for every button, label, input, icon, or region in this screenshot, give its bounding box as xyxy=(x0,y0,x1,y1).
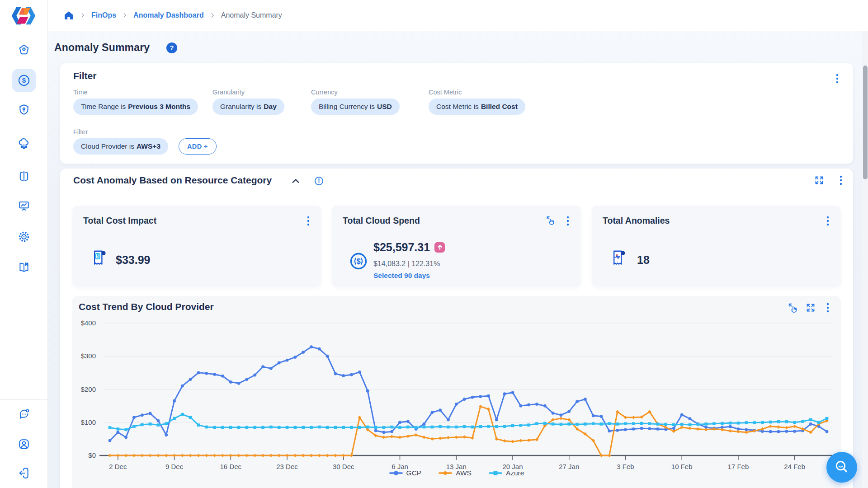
card-kebab-icon[interactable] xyxy=(823,216,833,226)
shield-key-icon xyxy=(18,103,30,116)
chip-granularity[interactable]: Granularity is Day xyxy=(212,99,284,115)
chip-value: USD xyxy=(377,103,392,111)
card-title: Total Cost Impact xyxy=(83,216,156,226)
cost-anomaly-section: Cost Anomaly Based on Resource Category … xyxy=(60,169,853,488)
svg-text:$400: $400 xyxy=(81,319,96,327)
cost-trend-chart-card: Cost Trend By Cloud Provider xyxy=(72,296,841,488)
brand-logo-icon[interactable] xyxy=(11,5,36,28)
section-menu-kebab-icon[interactable] xyxy=(836,175,846,186)
receipt-dollar-icon: $ xyxy=(91,249,108,270)
svg-text:$: $ xyxy=(96,253,99,258)
filter-label-filter: Filter xyxy=(73,128,88,136)
sidebar-item-settings[interactable] xyxy=(12,225,36,249)
drill-down-icon[interactable] xyxy=(546,215,556,225)
selected-days-link[interactable]: Selected 90 days xyxy=(373,272,430,280)
help-icon[interactable]: ? xyxy=(166,42,177,53)
topbar: FinOps Anomaly Dashboard Anomaly Summary xyxy=(48,0,868,31)
trend-up-badge-icon xyxy=(434,242,445,253)
chart-toolbar xyxy=(788,302,833,313)
assistant-button[interactable] xyxy=(826,452,857,483)
cost-impact-value: $33.99 xyxy=(116,253,150,267)
expand-icon[interactable] xyxy=(806,303,816,313)
legend-marker-icon xyxy=(389,470,403,476)
svg-text:$0: $0 xyxy=(88,451,96,459)
page-title: Anomaly Summary xyxy=(54,42,150,54)
card-kebab-icon[interactable] xyxy=(303,216,313,226)
svg-text:$: $ xyxy=(22,76,26,84)
chip-cost-metric[interactable]: Cost Metric is Billed Cost xyxy=(429,99,525,115)
cloud-network-icon xyxy=(17,137,31,150)
sidebar-item-profile[interactable] xyxy=(12,432,36,456)
chip-prefix: Cost Metric is xyxy=(436,103,479,111)
sidebar-item-docs[interactable] xyxy=(12,256,36,279)
chart-menu-kebab-icon[interactable] xyxy=(823,302,833,313)
chip-time-range[interactable]: Time Range is Previous 3 Months xyxy=(73,99,198,115)
sidebar-item-reports[interactable] xyxy=(12,194,36,218)
anomalies-count: 18 xyxy=(637,253,650,267)
svg-text:$100: $100 xyxy=(81,418,96,426)
sidebar-item-home[interactable] xyxy=(12,38,36,61)
breadcrumb-anomaly-dashboard[interactable]: Anomaly Dashboard xyxy=(133,11,204,19)
chip-prefix: Billing Currency is xyxy=(319,103,375,111)
total-cost-impact-card: Total Cost Impact $ $33.99 xyxy=(72,206,321,287)
chart-title: Cost Trend By Cloud Provider xyxy=(79,301,214,312)
filter-menu-kebab-icon[interactable] xyxy=(832,73,842,84)
legend-item-aws[interactable]: AWS xyxy=(439,469,472,477)
breadcrumb-finops[interactable]: FinOps xyxy=(91,11,116,19)
chip-prefix: Granularity is xyxy=(220,103,261,111)
sidebar-item-cloud-ops[interactable] xyxy=(12,132,36,155)
sidebar-item-chat[interactable] xyxy=(12,403,36,426)
gear-icon xyxy=(17,230,31,244)
add-filter-button[interactable]: ADD + xyxy=(179,138,217,155)
filter-label-cost-metric: Cost Metric xyxy=(429,89,462,96)
sidebar-item-logout[interactable] xyxy=(12,461,36,485)
section-expand-icon[interactable] xyxy=(814,175,824,186)
presentation-chart-icon xyxy=(18,200,30,212)
scrollbar-thumb[interactable] xyxy=(863,66,868,179)
info-icon[interactable] xyxy=(314,176,324,188)
chip-currency[interactable]: Billing Currency is USD xyxy=(311,99,400,115)
cloud-spend-delta: $14,083.2 | 122.31% xyxy=(373,260,440,268)
pentagon-home-icon xyxy=(18,43,30,56)
breadcrumb: FinOps Anomaly Dashboard Anomaly Summary xyxy=(63,10,282,21)
filter-heading: Filter xyxy=(73,70,96,81)
card-kebab-icon[interactable] xyxy=(563,216,573,226)
home-icon[interactable] xyxy=(63,10,74,21)
chart-legend: GCPAWSAzure xyxy=(72,469,841,477)
legend-item-gcp[interactable]: GCP xyxy=(389,469,422,477)
search-smile-icon xyxy=(833,458,851,476)
collapse-chevron-up-icon[interactable] xyxy=(292,178,300,186)
cloud-spend-value: $25,597.31 xyxy=(373,241,445,254)
chevron-right-icon xyxy=(209,12,216,19)
legend-marker-icon xyxy=(439,470,452,476)
app-window: $ xyxy=(0,0,868,488)
sidebar-item-compare[interactable] xyxy=(12,164,36,188)
svg-text:$: $ xyxy=(356,257,360,265)
scrollbar-track[interactable] xyxy=(862,31,868,488)
chip-value: AWS+3 xyxy=(137,142,160,150)
sidebar-item-security[interactable] xyxy=(12,98,36,122)
filter-label-time: Time xyxy=(73,89,88,96)
svg-text:$300: $300 xyxy=(81,352,96,360)
legend-item-azure[interactable]: Azure xyxy=(489,469,524,477)
breadcrumb-current: Anomaly Summary xyxy=(221,11,282,19)
chevron-right-icon xyxy=(122,12,128,19)
card-title: Total Anomalies xyxy=(603,216,670,226)
split-panel-icon xyxy=(18,170,30,183)
section-title: Cost Anomaly Based on Resource Category xyxy=(73,175,272,186)
receipt-anomaly-icon xyxy=(611,249,627,270)
total-cloud-spend-card: Total Cloud Spend $ xyxy=(332,206,581,287)
chip-value: Day xyxy=(264,103,276,111)
chip-value: Billed Cost xyxy=(481,103,518,111)
chat-notification-icon xyxy=(18,408,30,421)
chip-prefix: Time Range is xyxy=(81,103,126,111)
cost-trend-line-chart[interactable]: $0$100$200$300$4002 Dec9 Dec16 Dec23 Dec… xyxy=(72,316,841,472)
chip-prefix: Cloud Provider is xyxy=(81,142,134,150)
chip-cloud-provider[interactable]: Cloud Provider is AWS+3 xyxy=(73,138,168,155)
drill-down-icon[interactable] xyxy=(788,302,798,313)
filter-label-granularity: Granularity xyxy=(212,89,245,96)
sidebar-item-cost[interactable]: $ xyxy=(12,69,36,92)
filter-panel: Filter Time Granularity Currency Cost Me… xyxy=(60,63,853,164)
chip-value: Previous 3 Months xyxy=(128,103,190,111)
svg-text:$200: $200 xyxy=(81,385,96,393)
